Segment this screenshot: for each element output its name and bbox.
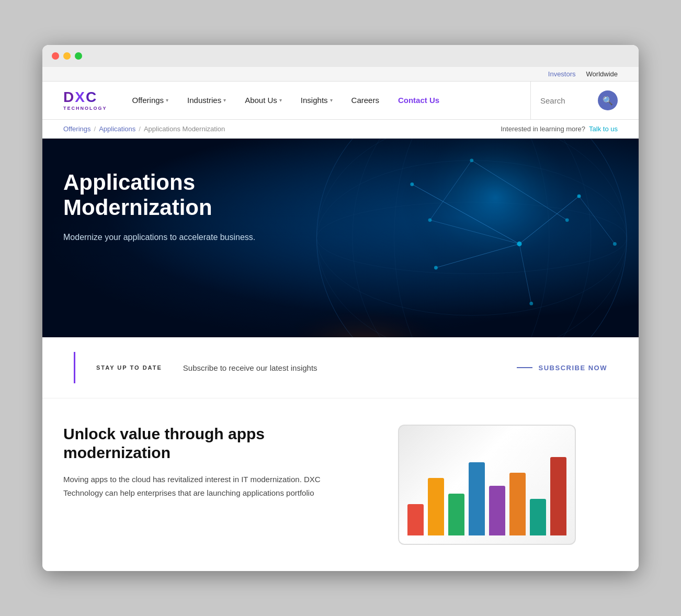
nav-item-offerings[interactable]: Offerings ▾ [123, 82, 178, 119]
close-button[interactable] [52, 52, 59, 60]
browser-chrome [42, 45, 639, 67]
subscribe-line [517, 367, 532, 368]
search-button[interactable]: 🔍 [598, 90, 618, 110]
search-icon: 🔍 [603, 96, 613, 106]
hero-section: Applications Modernization Modernize you… [42, 139, 639, 337]
breadcrumb-bar: Offerings / Applications / Applications … [42, 120, 639, 139]
breadcrumb-sep: / [94, 125, 96, 133]
breadcrumb: Offerings / Applications / Applications … [63, 125, 225, 133]
svg-point-21 [470, 158, 473, 162]
content-right [356, 425, 618, 545]
logo-d: D [63, 90, 74, 105]
subscribe-now-button[interactable]: SUBSCRIBE NOW [517, 364, 607, 372]
breadcrumb-offerings[interactable]: Offerings [63, 125, 91, 133]
chart-area [399, 426, 575, 544]
svg-point-20 [529, 302, 533, 305]
breadcrumb-current: Applications Modernization [144, 125, 225, 133]
content-left: Unlock value through apps modernization … [63, 425, 325, 499]
chart-bar [530, 499, 546, 535]
chevron-down-icon: ▾ [166, 97, 168, 103]
breadcrumb-sep-2: / [139, 125, 141, 133]
chart-bar [489, 486, 505, 535]
subscribe-bar: STAY UP TO DATE Subscribe to receive our… [42, 337, 639, 398]
chevron-down-icon: ▾ [279, 97, 282, 103]
subscribe-divider [74, 352, 75, 383]
chevron-down-icon: ▾ [223, 97, 226, 103]
svg-point-18 [410, 182, 414, 186]
website: Investors Worldwide D X C TECHNOLOGY Off… [42, 67, 639, 571]
tablet-mockup [398, 425, 576, 545]
chart-bar [550, 457, 566, 535]
investors-link[interactable]: Investors [548, 70, 576, 78]
maximize-button[interactable] [75, 52, 82, 60]
chart-bar [428, 478, 444, 535]
contact-us-button[interactable]: Contact Us [389, 82, 449, 119]
talk-to-us-link[interactable]: Talk to us [589, 125, 618, 133]
logo[interactable]: D X C TECHNOLOGY [63, 90, 107, 111]
logo-dxc: D X C TECHNOLOGY [63, 90, 107, 111]
top-bar: Investors Worldwide [42, 67, 639, 82]
nav-item-industries[interactable]: Industries ▾ [178, 82, 235, 119]
search-area: 🔍 [530, 82, 618, 119]
chart-bar [469, 462, 485, 535]
nav-item-about-us[interactable]: About Us ▾ [235, 82, 291, 119]
hero-subtitle: Modernize your applications to accelerat… [63, 231, 314, 244]
hero-content: Applications Modernization Modernize you… [42, 139, 335, 265]
search-input[interactable] [540, 96, 593, 105]
subscribe-label: STAY UP TO DATE [96, 364, 162, 371]
chart-bar [407, 504, 424, 535]
browser-window: Investors Worldwide D X C TECHNOLOGY Off… [42, 45, 639, 571]
logo-letters: D X C [63, 90, 107, 105]
minimize-button[interactable] [63, 52, 71, 60]
logo-c: C [86, 90, 96, 105]
nav-items: Offerings ▾ Industries ▾ About Us ▾ Insi… [123, 82, 530, 119]
chart-bar [509, 473, 526, 535]
breadcrumb-applications[interactable]: Applications [99, 125, 135, 133]
main-nav: D X C TECHNOLOGY Offerings ▾ Industries … [42, 82, 639, 120]
svg-point-24 [565, 218, 569, 222]
worldwide-label: Worldwide [586, 70, 618, 78]
chevron-down-icon: ▾ [330, 97, 333, 103]
content-heading: Unlock value through apps modernization [63, 425, 325, 462]
svg-point-17 [577, 195, 581, 198]
logo-technology: TECHNOLOGY [63, 106, 107, 111]
svg-point-22 [613, 242, 617, 246]
content-section: Unlock value through apps modernization … [42, 398, 639, 571]
content-body: Moving apps to the cloud has revitalized… [63, 473, 325, 499]
nav-item-careers[interactable]: Careers [342, 82, 389, 119]
svg-point-23 [428, 218, 432, 222]
breadcrumb-cta: Interested in learning more? Talk to us [501, 125, 618, 133]
svg-point-16 [517, 242, 521, 246]
logo-x: X [75, 90, 85, 105]
subscribe-description: Subscribe to receive our latest insights [183, 363, 496, 372]
nav-item-insights[interactable]: Insights ▾ [291, 82, 342, 119]
chart-bar [448, 494, 464, 535]
hero-title: Applications Modernization [63, 170, 314, 221]
